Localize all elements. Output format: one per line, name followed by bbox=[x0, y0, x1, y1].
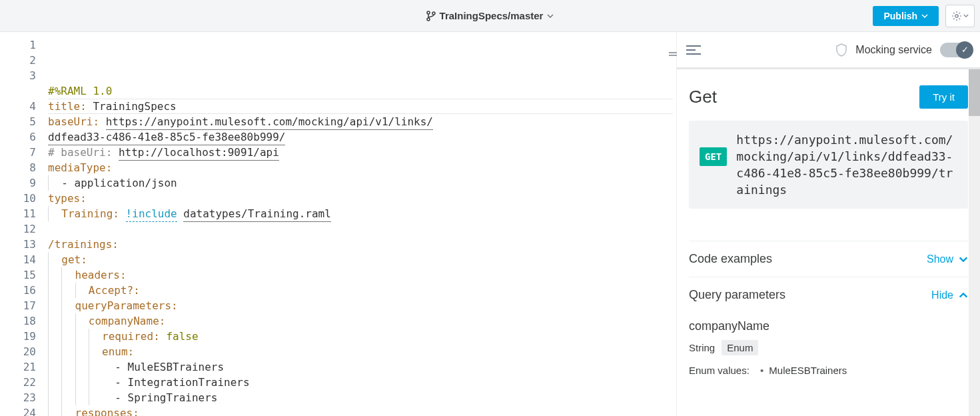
enum-values-label: Enum values: bbox=[689, 365, 749, 376]
enum-badge: Enum bbox=[722, 340, 758, 355]
code-line[interactable]: title: TrainingSpecs bbox=[48, 99, 673, 114]
code-line[interactable]: get: bbox=[48, 252, 673, 267]
top-bar: TraIningSpecs/master Publish bbox=[0, 0, 980, 32]
mocking-bar: Mocking service ✓ bbox=[677, 32, 980, 69]
line-gutter: 123456789101112131415161718192021222324 bbox=[0, 32, 48, 416]
code-line[interactable]: required: false bbox=[48, 329, 673, 344]
settings-button[interactable] bbox=[945, 5, 975, 27]
svg-point-2 bbox=[432, 12, 435, 15]
code-line[interactable]: Accept?: bbox=[48, 283, 673, 298]
code-line[interactable]: headers: bbox=[48, 267, 673, 283]
toggle-knob: ✓ bbox=[956, 41, 973, 59]
endpoint-url-box: GET https://anypoint.mulesoft.com/mockin… bbox=[689, 121, 968, 209]
code-line[interactable]: #%RAML 1.0 bbox=[48, 83, 673, 99]
code-line[interactable]: /trainings: bbox=[48, 237, 673, 252]
chevron-down-icon bbox=[959, 257, 968, 262]
chevron-down-icon bbox=[547, 14, 554, 18]
code-line[interactable]: - SpringTrainers bbox=[48, 390, 673, 405]
publish-label: Publish bbox=[883, 11, 917, 21]
code-line[interactable]: enum: bbox=[48, 344, 673, 359]
menu-icon[interactable] bbox=[686, 45, 701, 55]
branch-name: TraIningSpecs/master bbox=[440, 10, 544, 21]
try-it-button[interactable]: Try it bbox=[919, 85, 968, 109]
code-line[interactable]: ddfead33-c486-41e8-85c5-fe38ee80b999/ bbox=[48, 129, 673, 145]
code-line[interactable]: baseUri: https://anypoint.mulesoft.com/m… bbox=[48, 114, 673, 129]
svg-point-1 bbox=[427, 18, 430, 21]
code-line[interactable]: - application/json bbox=[48, 175, 673, 191]
svg-point-0 bbox=[427, 11, 430, 14]
scrollbar[interactable] bbox=[969, 69, 980, 416]
query-parameters-section[interactable]: Query parameters Hide bbox=[689, 277, 968, 313]
code-examples-section[interactable]: Code examples Show bbox=[689, 241, 968, 277]
param-type: String bbox=[689, 342, 715, 353]
code-line[interactable]: queryParameters: bbox=[48, 298, 673, 313]
code-line[interactable]: Training: !include datatypes/Training.ra… bbox=[48, 206, 673, 221]
code-line[interactable] bbox=[48, 221, 673, 237]
svg-point-3 bbox=[955, 14, 958, 17]
code-editor[interactable]: 123456789101112131415161718192021222324 … bbox=[0, 32, 673, 416]
chevron-up-icon bbox=[959, 293, 968, 298]
param-name: companyName bbox=[689, 319, 968, 333]
publish-button[interactable]: Publish bbox=[873, 6, 939, 26]
code-line[interactable]: # baseUri: http://localhost:9091/api bbox=[48, 145, 673, 160]
code-content[interactable]: #%RAML 1.0title: TrainingSpecsbaseUri: h… bbox=[48, 32, 673, 416]
hide-toggle[interactable]: Hide bbox=[931, 289, 968, 301]
code-line[interactable]: - IntegrationTrainers bbox=[48, 375, 673, 390]
code-line[interactable]: responses: bbox=[48, 405, 673, 416]
branch-selector[interactable]: TraIningSpecs/master bbox=[426, 10, 554, 21]
api-console-pane: Mocking service ✓ Get Try it GET https:/… bbox=[677, 32, 980, 416]
http-method-badge: GET bbox=[700, 147, 727, 166]
branch-icon bbox=[426, 11, 436, 21]
method-title: Get bbox=[689, 87, 717, 107]
scrollbar-thumb[interactable] bbox=[969, 69, 980, 116]
show-toggle[interactable]: Show bbox=[927, 253, 968, 265]
shield-icon bbox=[835, 43, 847, 57]
code-line[interactable]: mediaType: bbox=[48, 160, 673, 175]
enum-value: MuleESBTrainers bbox=[760, 365, 847, 376]
mocking-service-label: Mocking service bbox=[855, 44, 932, 56]
chevron-down-icon bbox=[921, 14, 928, 18]
chevron-down-icon bbox=[963, 14, 969, 17]
gear-icon bbox=[951, 11, 962, 21]
mocking-toggle[interactable]: ✓ bbox=[940, 43, 971, 57]
code-line[interactable]: - MuleESBTrainers bbox=[48, 359, 673, 375]
code-line[interactable]: companyName: bbox=[48, 313, 673, 329]
endpoint-url: https://anypoint.mulesoft.com/mocking/ap… bbox=[736, 131, 957, 198]
code-line[interactable]: types: bbox=[48, 191, 673, 206]
section-title: Query parameters bbox=[689, 288, 785, 302]
section-title: Code examples bbox=[689, 252, 772, 266]
param-company-name: companyName String Enum Enum values: Mul… bbox=[689, 313, 968, 376]
